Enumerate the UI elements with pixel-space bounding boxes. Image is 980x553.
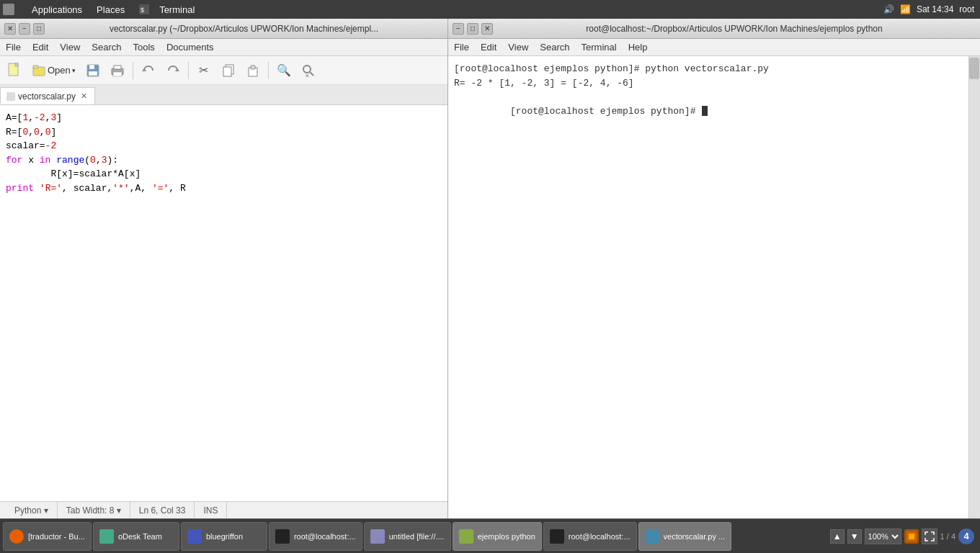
- taskbar-item-odesk[interactable]: oDesk Team: [93, 522, 179, 551]
- terminal-line-1: [root@localhost ejemplos python]# python…: [454, 62, 963, 76]
- editor-menu-documents[interactable]: Documents: [161, 39, 220, 55]
- cut-button[interactable]: ✂: [192, 59, 215, 82]
- taskbar-label-terminal1: root@localhost:...: [294, 532, 356, 541]
- taskbar-item-terminal1[interactable]: root@localhost:...: [269, 522, 362, 551]
- blue-circle-btn[interactable]: 4: [958, 529, 974, 544]
- editor-menu-file[interactable]: File: [0, 39, 27, 55]
- open-dropdown-arrow[interactable]: ▾: [72, 67, 76, 74]
- editor-menu-tools[interactable]: Tools: [128, 39, 161, 55]
- editor-window-controls: ✕ − □: [4, 23, 45, 35]
- terminal-menu-terminal[interactable]: Terminal: [576, 39, 623, 55]
- terminal-content[interactable]: [root@localhost ejemplos python]# python…: [448, 56, 968, 518]
- editor-menu-edit[interactable]: Edit: [27, 39, 54, 55]
- editor-menu-view[interactable]: View: [54, 39, 86, 55]
- addon-icon[interactable]: [904, 529, 919, 544]
- terminal-menu-search[interactable]: Search: [534, 39, 575, 55]
- terminal-line-3: [root@localhost ejemplos python]#: [454, 90, 963, 132]
- open-button[interactable]: Open ▾: [27, 59, 80, 82]
- undo-icon: [141, 63, 156, 78]
- zoom-select[interactable]: 100%: [865, 529, 901, 544]
- taskbar-label-vectorscalar: vectorscalar.py ...: [664, 532, 726, 541]
- editor-menu-search[interactable]: Search: [86, 39, 127, 55]
- svg-line-21: [310, 72, 313, 76]
- find-button[interactable]: 🔍: [272, 59, 295, 82]
- editor-maximize-btn[interactable]: □: [33, 23, 45, 35]
- editor-toolbar: Open ▾: [0, 56, 447, 85]
- terminal-menubar: File Edit View Search Terminal Help: [448, 39, 980, 56]
- user-label: root: [959, 4, 974, 14]
- svg-rect-7: [33, 66, 38, 68]
- editor-close-btn[interactable]: ✕: [4, 23, 16, 35]
- taskbar-label-terminal2: root@localhost:...: [569, 532, 631, 541]
- tab-width-indicator[interactable]: Tab Width: 8 ▾: [58, 502, 130, 518]
- open-label: Open: [48, 65, 71, 76]
- tab-label: vectorscalar.py: [18, 91, 76, 102]
- terminal-menu-view[interactable]: View: [502, 39, 534, 55]
- scrollbar-thumb[interactable]: [969, 58, 979, 79]
- terminal-menu-item[interactable]: $ Terminal: [132, 0, 209, 19]
- terminal-window-controls: − □ ✕: [453, 23, 493, 35]
- new-button[interactable]: [3, 59, 26, 82]
- paste-icon: [246, 64, 259, 77]
- taskbar-label-bluegriffon: bluegriffon: [206, 532, 243, 541]
- svg-rect-19: [251, 66, 255, 69]
- redo-button[interactable]: [161, 59, 184, 82]
- svg-rect-13: [113, 72, 122, 76]
- terminal-menu-file[interactable]: File: [448, 39, 475, 55]
- taskbar-item-ejemplos[interactable]: ejemplos python: [453, 522, 542, 551]
- code-line-5: R[x]=scalar*A[x]: [6, 167, 442, 181]
- taskbar-scroll-down[interactable]: ▼: [847, 529, 862, 544]
- svg-rect-12: [114, 66, 121, 69]
- terminal-menu-help[interactable]: Help: [623, 39, 654, 55]
- undo-button[interactable]: [137, 59, 160, 82]
- network-icon[interactable]: 📶: [900, 4, 911, 14]
- copy-button[interactable]: [217, 59, 240, 82]
- terminal-minimize-btn[interactable]: −: [453, 23, 464, 35]
- terminal-menu-edit[interactable]: Edit: [475, 39, 502, 55]
- places-menu[interactable]: Places: [89, 0, 132, 19]
- code-editor[interactable]: A=[1,-2,3] R=[0,0,0] scalar=-2 for x in …: [0, 105, 447, 501]
- volume-icon[interactable]: 🔊: [883, 4, 894, 14]
- fullscreen-icon: [925, 531, 935, 541]
- taskbar-item-vectorscalar[interactable]: vectorscalar.py ...: [638, 522, 732, 551]
- editor-titlebar: ✕ − □ vectorscalar.py (~/Dropbox/Articul…: [0, 19, 447, 39]
- tab-close-btn[interactable]: ✕: [79, 91, 89, 102]
- new-icon: [6, 63, 22, 78]
- code-line-4: for x in range(0,3):: [6, 153, 442, 168]
- editor-title: vectorscalar.py (~/Dropbox/Articulos UPW…: [45, 24, 443, 34]
- toolbar-sep-2: [188, 62, 189, 79]
- taskbar-item-firefox[interactable]: [traductor - Bu...: [3, 522, 92, 551]
- odesk-icon: [99, 529, 114, 544]
- taskbar-item-bluegriffon[interactable]: bluegriffon: [181, 522, 267, 551]
- terminal-maximize-btn[interactable]: □: [467, 23, 478, 35]
- editor-status-bar: Python ▾ Tab Width: 8 ▾ Ln 6, Col 33 INS: [0, 501, 447, 518]
- editor-menubar: File Edit View Search Tools Documents: [0, 39, 447, 56]
- position-indicator: Ln 6, Col 33: [130, 502, 195, 518]
- find-replace-button[interactable]: ✕: [297, 59, 320, 82]
- language-indicator[interactable]: Python ▾: [6, 502, 58, 518]
- taskbar-scroll-up[interactable]: ▲: [830, 529, 845, 544]
- print-button[interactable]: [106, 59, 129, 82]
- terminal-title: root@localhost:~/Dropbox/Articulos UPWOR…: [493, 24, 976, 34]
- copy-icon: [222, 64, 235, 77]
- taskbar-label-untitled: untitled [file://....: [389, 532, 445, 541]
- taskbar-item-terminal2[interactable]: root@localhost:...: [543, 522, 637, 551]
- svg-text:✕: ✕: [305, 73, 310, 78]
- taskbar-item-untitled[interactable]: untitled [file://....: [364, 522, 451, 551]
- editor-minimize-btn[interactable]: −: [19, 23, 30, 35]
- fullscreen-btn[interactable]: [922, 529, 937, 544]
- terminal-scrollbar[interactable]: [968, 56, 980, 518]
- editor-tab[interactable]: vectorscalar.py ✕: [0, 87, 95, 104]
- clock: Sat 14:34: [917, 4, 953, 14]
- untitled-icon: [370, 529, 385, 544]
- open-icon: [32, 63, 46, 78]
- terminal-close-btn[interactable]: ✕: [481, 23, 493, 35]
- save-button[interactable]: [81, 59, 104, 82]
- svg-marker-15: [175, 68, 179, 71]
- app-icon-label: [0, 0, 24, 19]
- applications-menu[interactable]: Applications: [24, 0, 89, 19]
- firefox-icon: [9, 529, 24, 544]
- toolbar-sep-3: [268, 62, 269, 79]
- paste-button[interactable]: [241, 59, 264, 82]
- editor-tab-bar: vectorscalar.py ✕: [0, 85, 447, 105]
